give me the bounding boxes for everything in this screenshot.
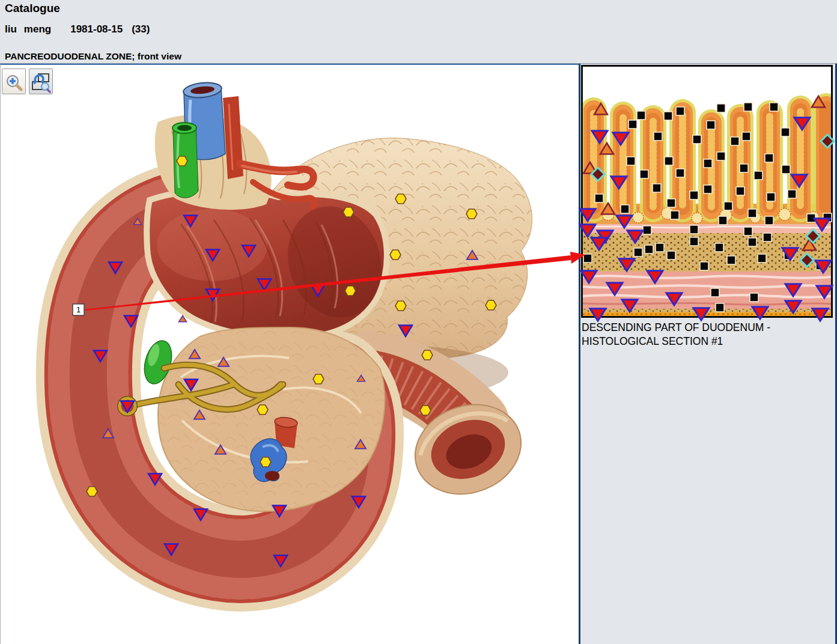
anatomy-illustration[interactable] bbox=[1, 65, 579, 644]
histology-marker-square[interactable] bbox=[676, 107, 684, 115]
histology-marker-square[interactable] bbox=[740, 164, 748, 172]
anatomy-marker-hexagon[interactable] bbox=[422, 350, 433, 360]
histology-marker-square[interactable] bbox=[664, 112, 672, 120]
histology-marker-square[interactable] bbox=[627, 157, 635, 165]
histology-marker-square[interactable] bbox=[621, 205, 629, 213]
histology-marker-square[interactable] bbox=[716, 303, 724, 312]
histology-marker-square[interactable] bbox=[754, 171, 762, 180]
anatomy-marker-hexagon[interactable] bbox=[395, 301, 406, 311]
anatomy-marker-hexagon[interactable] bbox=[420, 406, 431, 415]
annotation-label-text[interactable]: 1 bbox=[76, 305, 81, 314]
histology-marker-square[interactable] bbox=[788, 190, 796, 198]
histology-marker-square[interactable] bbox=[765, 216, 773, 225]
histology-marker-square[interactable] bbox=[731, 137, 739, 145]
header: Catalogue liumeng1981-08-15(33) PANCREOD… bbox=[0, 0, 837, 64]
histology-marker-square[interactable] bbox=[781, 128, 790, 136]
histology-marker-square[interactable] bbox=[700, 262, 708, 270]
frame-undo-magnifier-icon bbox=[31, 73, 51, 93]
histology-marker-square[interactable] bbox=[717, 152, 725, 160]
histology-marker-square[interactable] bbox=[765, 154, 773, 162]
illustration-panel bbox=[0, 64, 579, 644]
patient-last-name: meng bbox=[24, 23, 51, 35]
histology-marker-square[interactable] bbox=[676, 169, 684, 177]
anatomy-marker-hexagon[interactable] bbox=[313, 374, 324, 384]
zoom-in-button[interactable] bbox=[2, 68, 26, 94]
histology-marker-square[interactable] bbox=[667, 199, 675, 207]
histology-marker-square[interactable] bbox=[744, 227, 752, 235]
patient-info: liumeng1981-08-15(33) bbox=[5, 23, 150, 35]
anatomy-marker-hexagon[interactable] bbox=[177, 156, 187, 166]
preview-panel: DESCENDING PART OF DUODENUM - HISTOLOGIC… bbox=[580, 64, 837, 644]
anatomy-marker-hexagon[interactable] bbox=[485, 300, 496, 310]
page-title: Catalogue bbox=[5, 2, 60, 15]
histology-marker-square[interactable] bbox=[707, 121, 715, 129]
histology-marker-square[interactable] bbox=[656, 243, 664, 252]
histology-marker-square[interactable] bbox=[583, 254, 592, 263]
histology-marker-square[interactable] bbox=[719, 216, 727, 225]
anatomy-marker-hexagon[interactable] bbox=[395, 194, 406, 204]
histology-marker-square[interactable] bbox=[665, 157, 673, 165]
histology-marker-square[interactable] bbox=[748, 209, 756, 217]
histology-marker-square[interactable] bbox=[704, 185, 712, 193]
histology-marker-square[interactable] bbox=[758, 254, 766, 263]
histology-marker-square[interactable] bbox=[634, 248, 642, 257]
histology-marker-square[interactable] bbox=[667, 251, 675, 260]
patient-birth-date: 1981-08-15 bbox=[70, 23, 123, 35]
histology-marker-square[interactable] bbox=[767, 193, 775, 201]
histology-marker-square[interactable] bbox=[727, 256, 735, 264]
histology-marker-square[interactable] bbox=[763, 233, 772, 242]
anatomy-marker-hexagon[interactable] bbox=[260, 457, 271, 467]
histology-marker-square[interactable] bbox=[744, 103, 752, 111]
histology-marker-square[interactable] bbox=[711, 288, 719, 297]
histology-marker-square[interactable] bbox=[645, 245, 653, 254]
histology-marker-square[interactable] bbox=[595, 194, 603, 202]
histology-marker-square[interactable] bbox=[724, 202, 732, 210]
reset-view-button[interactable] bbox=[29, 68, 53, 94]
anatomy-marker-hexagon[interactable] bbox=[466, 209, 477, 219]
histology-marker-square[interactable] bbox=[653, 184, 661, 192]
histology-marker-square[interactable] bbox=[671, 211, 679, 219]
histology-marker-square[interactable] bbox=[770, 103, 778, 111]
anatomy-marker-hexagon[interactable] bbox=[257, 405, 268, 415]
patient-first-name: liu bbox=[5, 23, 17, 35]
magnifier-plus-icon bbox=[5, 73, 23, 93]
histology-marker-square[interactable] bbox=[715, 243, 723, 252]
histology-marker-square[interactable] bbox=[717, 104, 725, 112]
histology-marker-square[interactable] bbox=[782, 165, 790, 174]
histology-marker-square[interactable] bbox=[629, 120, 637, 129]
histology-marker-square[interactable] bbox=[640, 170, 648, 178]
histology-marker-square[interactable] bbox=[748, 238, 756, 246]
anatomy-marker-hexagon[interactable] bbox=[345, 286, 356, 296]
histology-marker-square[interactable] bbox=[750, 293, 758, 302]
anatomy-marker-hexagon[interactable] bbox=[390, 250, 401, 260]
histology-marker-square[interactable] bbox=[736, 187, 744, 195]
histology-marker-square[interactable] bbox=[690, 237, 698, 246]
histology-marker-square[interactable] bbox=[637, 111, 645, 120]
histology-marker-square[interactable] bbox=[690, 225, 698, 234]
histology-marker-square[interactable] bbox=[693, 135, 701, 144]
histology-marker-square[interactable] bbox=[690, 191, 698, 199]
histology-marker-square[interactable] bbox=[654, 132, 662, 141]
thumbnail-caption: DESCENDING PART OF DUODENUM - HISTOLOGIC… bbox=[582, 321, 827, 348]
zone-heading: PANCREODUODENAL ZONE; front view bbox=[5, 51, 181, 62]
histology-marker-square[interactable] bbox=[742, 132, 750, 141]
anatomy-marker-hexagon[interactable] bbox=[343, 207, 354, 217]
patient-age: (33) bbox=[132, 23, 150, 35]
histology-marker-square[interactable] bbox=[704, 159, 712, 168]
anatomy-marker-hexagon[interactable] bbox=[87, 487, 97, 496]
